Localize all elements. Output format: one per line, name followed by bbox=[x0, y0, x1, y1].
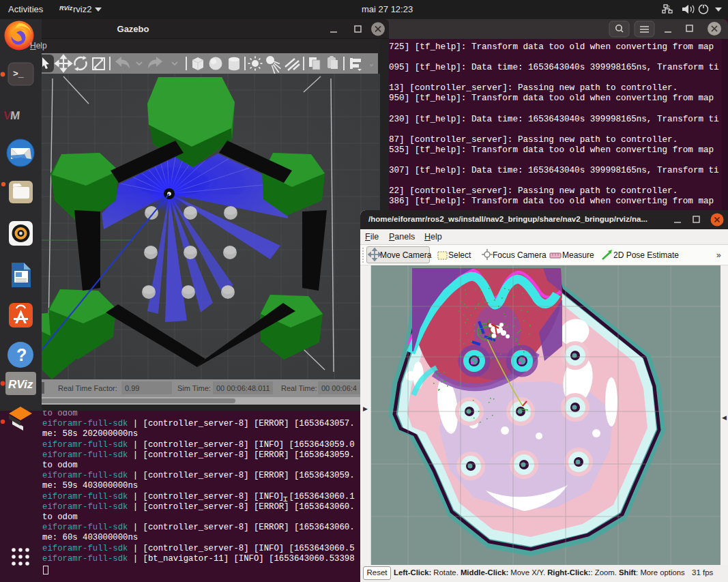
svg-text:RViz: RViz bbox=[8, 378, 33, 391]
svg-text:>_: >_ bbox=[13, 69, 24, 79]
svg-text:?: ? bbox=[16, 345, 27, 364]
svg-text:?: ? bbox=[667, 4, 670, 10]
svg-text:M: M bbox=[10, 109, 20, 122]
